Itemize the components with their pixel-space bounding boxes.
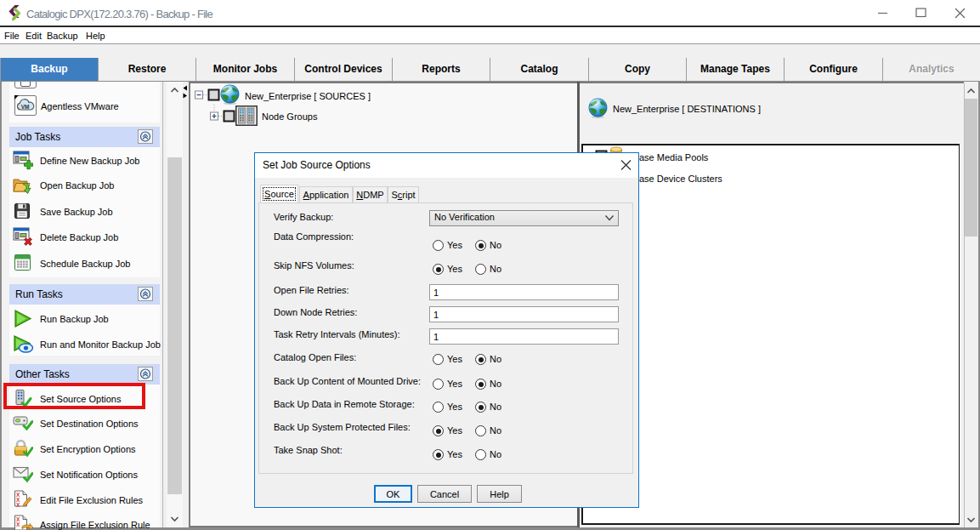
svg-text:X: X xyxy=(16,502,20,508)
svg-text:VM: VM xyxy=(21,104,30,110)
svg-text:X: X xyxy=(16,521,20,527)
